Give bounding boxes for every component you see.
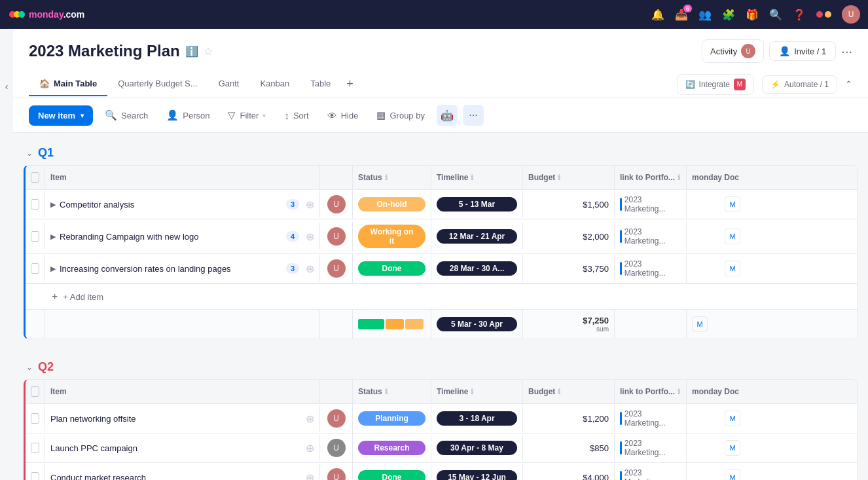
item-name[interactable]: Competitor analysis bbox=[60, 200, 282, 210]
add-subitem-icon[interactable]: ⊕ bbox=[306, 471, 314, 481]
tab-kanban[interactable]: Kanban bbox=[249, 72, 300, 96]
assignee-avatar[interactable]: U bbox=[327, 439, 346, 457]
td-status[interactable]: Working on it bbox=[353, 219, 431, 253]
search-icon[interactable]: 🔍 bbox=[769, 9, 782, 21]
doc-icon[interactable]: M bbox=[725, 229, 740, 244]
doc-icon[interactable]: M bbox=[725, 196, 740, 212]
group-q2-header[interactable]: ⌄ Q2 bbox=[24, 355, 858, 379]
row-checkbox[interactable] bbox=[31, 443, 39, 453]
row-checkbox[interactable] bbox=[31, 231, 39, 242]
item-name[interactable]: Conduct market research bbox=[50, 473, 299, 481]
gift-icon[interactable]: 🎁 bbox=[746, 9, 759, 21]
link-info-icon: ℹ bbox=[678, 174, 680, 182]
doc-icon[interactable]: M bbox=[725, 261, 740, 276]
q1-select-all-checkbox[interactable] bbox=[31, 172, 39, 183]
invite-button[interactable]: 👤 Invite / 1 bbox=[769, 41, 836, 61]
item-name[interactable]: Plan networking offsite bbox=[50, 414, 299, 424]
assignee-avatar[interactable]: U bbox=[327, 259, 346, 278]
table-row: Conduct market research ⊕ U Done 15 May … bbox=[26, 463, 857, 480]
td-link[interactable]: 2023 Marketing... bbox=[615, 463, 687, 480]
row-checkbox[interactable] bbox=[31, 199, 39, 210]
inbox-icon[interactable]: 📥 6 bbox=[675, 9, 688, 21]
doc-icon[interactable]: M bbox=[725, 440, 740, 456]
apps-icon[interactable]: 🧩 bbox=[722, 9, 735, 21]
notifications-icon[interactable]: 🔔 bbox=[651, 9, 664, 21]
td-link[interactable]: 2023 Marketing... bbox=[615, 190, 687, 219]
subitem-count: 3 bbox=[286, 263, 299, 274]
td-status[interactable]: Planning bbox=[353, 405, 431, 432]
hide-button[interactable]: 👁 Hide bbox=[321, 106, 365, 125]
add-subitem-icon[interactable]: ⊕ bbox=[306, 231, 314, 243]
doc-icon[interactable]: M bbox=[725, 470, 740, 480]
q2-th-timeline: Timeline ℹ bbox=[431, 380, 523, 403]
td-budget: $4,000 bbox=[523, 464, 615, 480]
td-link[interactable]: 2023 Marketing... bbox=[615, 434, 687, 462]
td-checkbox bbox=[26, 464, 45, 480]
td-link[interactable]: 2023 Marketing... bbox=[615, 254, 687, 283]
q2-collapse-icon[interactable]: ⌄ bbox=[26, 363, 33, 372]
td-doc: M bbox=[687, 223, 778, 249]
td-budget: $2,000 bbox=[523, 223, 615, 249]
assignee-avatar[interactable]: U bbox=[327, 227, 346, 246]
invite-icon[interactable]: 👥 bbox=[698, 9, 712, 21]
search-button[interactable]: 🔍 Search bbox=[98, 105, 154, 125]
assignee-avatar[interactable]: U bbox=[327, 468, 346, 480]
td-assignee: U bbox=[320, 254, 353, 283]
activity-button[interactable]: Activity U bbox=[702, 39, 764, 63]
tab-table[interactable]: Table bbox=[300, 72, 341, 96]
td-assignee: U bbox=[320, 190, 353, 219]
more-toolbar-button[interactable]: ··· bbox=[463, 105, 484, 126]
info-icon[interactable]: ℹ️ bbox=[185, 45, 198, 58]
assignee-avatar[interactable]: U bbox=[327, 409, 346, 428]
q1-title: Q1 bbox=[38, 146, 54, 160]
user-avatar[interactable]: U bbox=[842, 5, 860, 24]
q1-collapse-icon[interactable]: ⌄ bbox=[26, 149, 33, 158]
add-subitem-icon[interactable]: ⊕ bbox=[306, 198, 314, 211]
status-badge: Research bbox=[358, 441, 425, 455]
person-button[interactable]: 👤 Person bbox=[160, 105, 216, 125]
row-checkbox[interactable] bbox=[31, 413, 39, 424]
group-by-button[interactable]: ▦ Group by bbox=[370, 105, 431, 125]
assignee-avatar[interactable]: U bbox=[327, 195, 346, 213]
sidebar-collapse-arrow[interactable]: ‹ bbox=[0, 29, 13, 480]
status-bar-onhold bbox=[405, 319, 424, 329]
expand-icon[interactable]: ▶ bbox=[50, 265, 56, 273]
sort-button[interactable]: ↕ Sort bbox=[278, 106, 315, 125]
collapse-button[interactable]: ⌃ bbox=[845, 79, 852, 89]
td-status[interactable]: On-hold bbox=[353, 191, 431, 217]
star-icon[interactable]: ☆ bbox=[204, 45, 213, 58]
tab-main-table[interactable]: 🏠 Main Table bbox=[29, 72, 107, 96]
add-tab-button[interactable]: + bbox=[341, 71, 359, 98]
add-subitem-icon[interactable]: ⊕ bbox=[306, 263, 314, 275]
td-status[interactable]: Done bbox=[353, 255, 431, 282]
td-link[interactable]: 2023 Marketing... bbox=[615, 404, 687, 433]
row-checkbox[interactable] bbox=[31, 263, 39, 274]
td-link[interactable]: 2023 Marketing... bbox=[615, 222, 687, 251]
q1-add-item[interactable]: + + Add item bbox=[26, 284, 857, 309]
td-status[interactable]: Done bbox=[353, 464, 431, 480]
expand-icon[interactable]: ▶ bbox=[50, 232, 56, 241]
doc-icon[interactable]: M bbox=[725, 411, 740, 426]
new-item-button[interactable]: New item ▾ bbox=[29, 105, 93, 126]
automate-button[interactable]: ⚡ Automate / 1 bbox=[762, 75, 837, 94]
help-icon[interactable]: ❓ bbox=[793, 9, 806, 21]
row-checkbox[interactable] bbox=[31, 472, 39, 480]
add-subitem-icon[interactable]: ⊕ bbox=[306, 413, 314, 425]
group-q1-header[interactable]: ⌄ Q1 bbox=[24, 141, 858, 165]
item-name[interactable]: Increasing conversion rates on landing p… bbox=[60, 264, 282, 274]
tab-gantt[interactable]: Gantt bbox=[208, 72, 250, 96]
td-status[interactable]: Research bbox=[353, 435, 431, 461]
tab-quarterly-budget[interactable]: Quarterly Budget S... bbox=[107, 72, 208, 96]
q2-select-all-checkbox[interactable] bbox=[31, 386, 39, 397]
logo[interactable]: monday.com bbox=[8, 5, 84, 24]
filter-button[interactable]: ▽ Filter ▾ bbox=[221, 105, 272, 125]
workspace-switcher[interactable] bbox=[816, 11, 831, 18]
status-badge: Planning bbox=[358, 411, 425, 426]
more-options-button[interactable]: ··· bbox=[841, 44, 852, 59]
item-name[interactable]: Rebranding Campaign with new logo bbox=[60, 232, 282, 242]
item-name[interactable]: Launch PPC campaign bbox=[50, 443, 299, 453]
ai-button[interactable]: 🤖 bbox=[437, 105, 458, 126]
add-subitem-icon[interactable]: ⊕ bbox=[306, 442, 314, 454]
integrate-button[interactable]: 🔄 Integrate M bbox=[677, 74, 754, 95]
expand-icon[interactable]: ▶ bbox=[50, 200, 56, 209]
